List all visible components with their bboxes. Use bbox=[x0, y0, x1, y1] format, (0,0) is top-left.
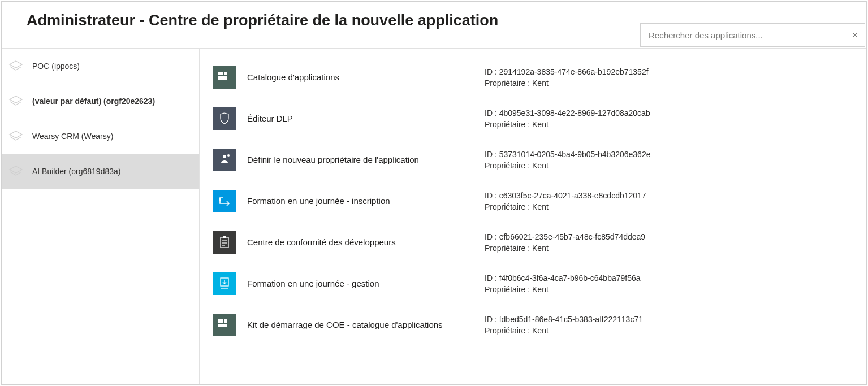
app-meta: ID : 2914192a-3835-474e-866a-b192eb71352… bbox=[485, 67, 855, 88]
app-tile-icon bbox=[213, 66, 236, 89]
app-name: Centre de conformité des développeurs bbox=[236, 237, 485, 247]
app-meta: ID : fdbed5d1-86e8-41c5-b383-aff222113c7… bbox=[485, 315, 855, 335]
app-owner: Propriétaire : Kent bbox=[485, 120, 855, 129]
app-row[interactable]: Catalogue d'applicationsID : 2914192a-38… bbox=[213, 57, 855, 98]
sidebar-item-label: AI Builder (org6819d83a) bbox=[32, 167, 120, 176]
app-owner: Propriétaire : Kent bbox=[485, 285, 855, 294]
app-meta: ID : c6303f5c-27ca-4021-a338-e8cdcdb1201… bbox=[485, 191, 855, 211]
app-tile-icon bbox=[213, 272, 236, 295]
sidebar-item[interactable]: AI Builder (org6819d83a) bbox=[2, 154, 199, 189]
app-name: Kit de démarrage de COE - catalogue d'ap… bbox=[236, 320, 485, 329]
app-row[interactable]: Formation en une journée - gestionID : f… bbox=[213, 263, 855, 304]
app-id: ID : efb66021-235e-45b7-a48c-fc85d74ddea… bbox=[485, 232, 855, 241]
layers-icon bbox=[7, 58, 24, 75]
app-id: ID : 2914192a-3835-474e-866a-b192eb71352… bbox=[485, 67, 855, 76]
app-id: ID : c6303f5c-27ca-4021-a338-e8cdcdb1201… bbox=[485, 191, 855, 200]
sidebar-item-label: POC (ippocs) bbox=[32, 62, 80, 71]
app-row[interactable]: Centre de conformité des développeursID … bbox=[213, 222, 855, 263]
app-meta: ID : 4b095e31-3098-4e22-8969-127d08a20ca… bbox=[485, 109, 855, 129]
close-icon bbox=[850, 31, 860, 40]
sidebar-item[interactable]: Wearsy CRM (Wearsy) bbox=[2, 119, 199, 154]
app-id: ID : fdbed5d1-86e8-41c5-b383-aff222113c7… bbox=[485, 315, 855, 324]
app-frame: Administrateur - Centre de propriétaire … bbox=[1, 1, 867, 385]
main-panel: Catalogue d'applicationsID : 2914192a-38… bbox=[200, 48, 866, 384]
app-name: Formation en une journée - inscription bbox=[236, 196, 485, 206]
layers-icon bbox=[7, 163, 24, 180]
sidebar-item-label: (valeur par défaut) (orgf20e2623) bbox=[32, 97, 155, 106]
app-owner: Propriétaire : Kent bbox=[485, 244, 855, 253]
app-tile-icon bbox=[213, 231, 236, 254]
app-tile-icon bbox=[213, 149, 236, 171]
layers-icon bbox=[7, 128, 24, 145]
app-owner: Propriétaire : Kent bbox=[485, 326, 855, 335]
app-tile-icon bbox=[213, 107, 236, 130]
app-name: Catalogue d'applications bbox=[236, 72, 485, 82]
app-name: Formation en une journée - gestion bbox=[236, 279, 485, 288]
app-row[interactable]: Définir le nouveau propriétaire de l'app… bbox=[213, 139, 855, 180]
app-list: Catalogue d'applicationsID : 2914192a-38… bbox=[213, 57, 855, 345]
sidebar-item-label: Wearsy CRM (Wearsy) bbox=[32, 132, 113, 141]
app-row[interactable]: Éditeur DLPID : 4b095e31-3098-4e22-8969-… bbox=[213, 98, 855, 139]
app-meta: ID : 53731014-0205-4ba4-9b05-b4b3206e362… bbox=[485, 150, 855, 170]
app-owner: Propriétaire : Kent bbox=[485, 202, 855, 211]
app-tile-icon bbox=[213, 190, 236, 212]
app-meta: ID : efb66021-235e-45b7-a48c-fc85d74ddea… bbox=[485, 232, 855, 253]
app-name: Définir le nouveau propriétaire de l'app… bbox=[236, 155, 485, 164]
app-id: ID : f4f0b6c4-3f6a-4ca7-b96b-c64bba79f56… bbox=[485, 274, 855, 283]
app-id: ID : 53731014-0205-4ba4-9b05-b4b3206e362… bbox=[485, 150, 855, 159]
sidebar: POC (ippocs)(valeur par défaut) (orgf20e… bbox=[2, 48, 200, 384]
search-box[interactable] bbox=[640, 23, 865, 47]
app-tile-icon bbox=[213, 314, 236, 336]
app-row[interactable]: Formation en une journée - inscriptionID… bbox=[213, 180, 855, 222]
clear-search-button[interactable] bbox=[845, 24, 865, 46]
search-input[interactable] bbox=[641, 31, 845, 40]
app-meta: ID : f4f0b6c4-3f6a-4ca7-b96b-c64bba79f56… bbox=[485, 274, 855, 294]
sidebar-item[interactable]: (valeur par défaut) (orgf20e2623) bbox=[2, 84, 199, 119]
content: POC (ippocs)(valeur par défaut) (orgf20e… bbox=[2, 48, 866, 384]
app-row[interactable]: Kit de démarrage de COE - catalogue d'ap… bbox=[213, 304, 855, 345]
app-id: ID : 4b095e31-3098-4e22-8969-127d08a20ca… bbox=[485, 109, 855, 118]
app-owner: Propriétaire : Kent bbox=[485, 161, 855, 170]
layers-icon bbox=[7, 93, 24, 110]
app-name: Éditeur DLP bbox=[236, 114, 485, 123]
sidebar-item[interactable]: POC (ippocs) bbox=[2, 49, 199, 84]
app-owner: Propriétaire : Kent bbox=[485, 79, 855, 88]
